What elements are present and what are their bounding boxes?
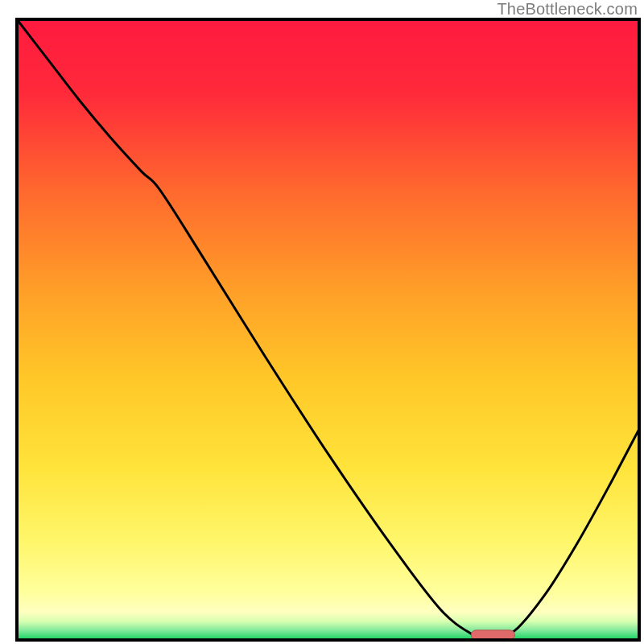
bottleneck-chart [0, 0, 644, 644]
attribution-label: TheBottleneck.com [497, 0, 638, 19]
gradient-background [17, 19, 639, 640]
